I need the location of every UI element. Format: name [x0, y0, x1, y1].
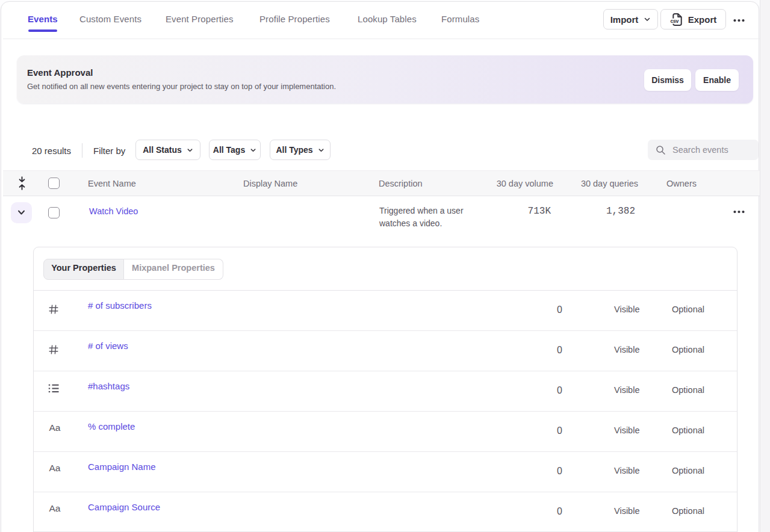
svg-text:csv: csv: [670, 18, 678, 24]
